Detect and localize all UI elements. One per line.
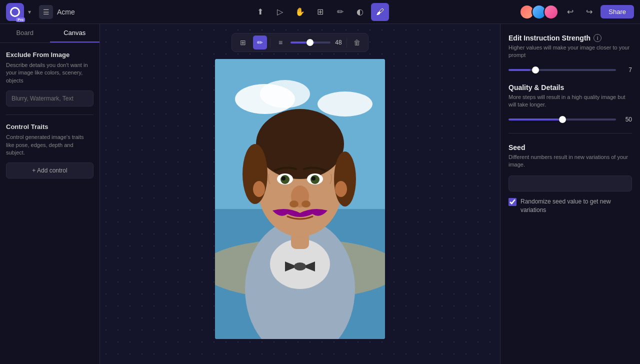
sidebar-toggle[interactable]: ☰ [39, 5, 53, 19]
nav-chevron[interactable]: ▾ [28, 8, 31, 16]
svg-point-10 [294, 262, 306, 270]
strength-desc: Higher values will make your image close… [508, 44, 632, 60]
topnav: Pro ▾ ☰ Acme ⬆ ▷ ✋ ⊞ ✏ ◐ 🖌 [0, 0, 640, 24]
canvas-grid-btn[interactable]: ⊞ [236, 36, 250, 50]
svg-point-14 [242, 144, 268, 204]
select-icon: ⊞ [317, 7, 324, 16]
svg-point-15 [334, 152, 356, 206]
svg-point-26 [302, 200, 310, 208]
redo-button[interactable]: ↪ [582, 4, 596, 20]
share-button[interactable]: Share [600, 5, 634, 18]
canvas-toolbar: ⊞ ✏ ≡ 48 🗑 [232, 33, 368, 52]
right-divider [508, 133, 632, 134]
tab-canvas[interactable]: Canvas [50, 24, 100, 42]
avatar-3 [544, 4, 558, 20]
canvas-area: ⊞ ✏ ≡ 48 🗑 [100, 24, 500, 364]
canvas-grid-icon: ⊞ [240, 38, 246, 46]
center-toolbar: ⬆ ▷ ✋ ⊞ ✏ ◐ 🖌 [251, 3, 389, 21]
strength-slider-row: 7 [508, 66, 632, 74]
sidebar-toggle-icon: ☰ [43, 8, 50, 16]
brush-size-control: ≡ 48 [274, 36, 344, 50]
brush-lines-btn[interactable]: ≡ [274, 36, 288, 50]
tool-export[interactable]: ⬆ [251, 3, 269, 21]
brush-size-slider[interactable] [290, 42, 330, 44]
hand-icon: ✋ [295, 7, 305, 16]
quality-slider-row: 50 [508, 116, 632, 123]
quality-desc: More steps will result in a high quality… [508, 94, 632, 109]
panel-tabs: Board Canvas [0, 24, 100, 43]
randomize-label: Randomize seed value to get new variatio… [520, 198, 632, 214]
exclude-desc: Describe details you don't want in your … [6, 62, 94, 84]
section-divider-1 [6, 114, 94, 115]
tool-select[interactable]: ⊞ [311, 3, 329, 21]
toolbar-sep-2 [346, 38, 347, 48]
canvas-image [215, 59, 385, 339]
quality-slider[interactable] [508, 118, 616, 120]
svg-point-23 [312, 176, 316, 180]
seed-title: Seed [508, 144, 632, 152]
avatar-group [520, 4, 558, 20]
undo-button[interactable]: ↩ [562, 4, 578, 20]
svg-point-3 [318, 92, 372, 116]
strength-section: Edit Instruction Strength i Higher value… [508, 34, 632, 74]
trash-icon: 🗑 [354, 38, 360, 46]
play-icon: ▷ [277, 7, 283, 16]
quality-section: Quality & Details More steps will result… [508, 84, 632, 123]
brush-icon: 🖌 [376, 8, 384, 16]
pro-badge: Pro [16, 18, 25, 22]
tool-pen[interactable]: ✏ [331, 3, 349, 21]
export-icon: ⬆ [257, 7, 264, 16]
exclude-input[interactable] [6, 90, 94, 106]
svg-point-17 [335, 181, 347, 197]
svg-point-16 [253, 181, 265, 197]
brush-lines-icon: ≡ [278, 38, 282, 46]
control-title: Control Traits [6, 123, 94, 130]
seed-input[interactable] [508, 176, 632, 192]
nav-right: ↩ ↪ Share [520, 4, 634, 20]
nav-title: Acme [57, 8, 75, 16]
undo-icon: ↩ [567, 7, 574, 16]
strength-info-icon[interactable]: i [594, 34, 602, 42]
redo-icon: ↪ [586, 7, 592, 16]
svg-point-25 [290, 200, 298, 208]
seed-section: Seed Different numbers result in new var… [508, 144, 632, 214]
tool-play[interactable]: ▷ [271, 3, 289, 21]
strength-title: Edit Instruction Strength i [508, 34, 632, 42]
portrait-svg [215, 59, 385, 339]
portrait-bg [215, 59, 385, 339]
quality-value: 50 [620, 116, 632, 123]
svg-point-22 [282, 176, 286, 180]
left-panel: Board Canvas Exclude From Image Describe… [0, 24, 100, 364]
canvas-brush-icon: ✏ [257, 38, 263, 46]
tool-fill[interactable]: ◐ [351, 3, 369, 21]
canvas-trash-btn[interactable]: 🗑 [350, 36, 364, 50]
svg-point-2 [260, 80, 310, 108]
logo[interactable]: Pro [6, 3, 24, 21]
toolbar-sep [270, 38, 270, 48]
logo-inner [10, 7, 20, 17]
quality-title: Quality & Details [508, 84, 632, 92]
seed-desc: Different numbers result in new variatio… [508, 154, 632, 169]
tool-hand[interactable]: ✋ [291, 3, 309, 21]
main-area: Board Canvas Exclude From Image Describe… [0, 24, 640, 364]
strength-value: 7 [620, 66, 632, 74]
add-control-button[interactable]: + Add control [6, 162, 94, 178]
strength-slider[interactable] [508, 69, 616, 71]
right-panel: Edit Instruction Strength i Higher value… [500, 24, 640, 364]
nav-left: Pro ▾ ☰ Acme [6, 3, 75, 21]
fill-icon: ◐ [356, 7, 364, 16]
brush-size-value: 48 [334, 39, 344, 46]
control-desc: Control generated image's traits like po… [6, 134, 94, 156]
tab-board[interactable]: Board [0, 24, 50, 42]
svg-point-13 [256, 109, 344, 179]
panel-content: Exclude From Image Describe details you … [0, 43, 100, 364]
pen-icon: ✏ [337, 7, 344, 16]
randomize-checkbox[interactable] [508, 198, 516, 206]
exclude-title: Exclude From Image [6, 51, 94, 58]
randomize-row: Randomize seed value to get new variatio… [508, 198, 632, 214]
canvas-brush-btn[interactable]: ✏ [253, 36, 267, 50]
tool-brush[interactable]: 🖌 [371, 3, 389, 21]
